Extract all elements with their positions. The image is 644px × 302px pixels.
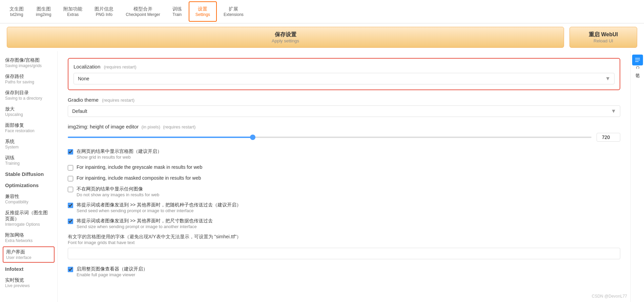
main-layout: 保存图像/宫格图 Saving images/grids 保存路径 Paths … [0, 51, 644, 302]
checkbox-masked-composite: For inpainting, include masked composite… [68, 175, 620, 181]
checkbox-show-grid: 在网页的结果中显示宫格图（建议开启） Show grid in results … [68, 148, 620, 160]
font-setting-row: 有文字的宫格图使用的字体（避免出现X/Y表中文无法显示，可设置为 "simhei… [68, 234, 620, 259]
checkbox-send-seed: 将提示词或者图像发送到 >> 其他界面时，把随机种子也传送过去（建议开启） Se… [68, 202, 620, 213]
sidebar-item-extra-networks[interactable]: 附加网络 Extra Networks [0, 229, 57, 246]
checkbox-greyscale-mask: For inpainting, include the greyscale ma… [68, 164, 620, 170]
checkbox-send-size: 将提示词或者图像发送到 >> 其他界面时，把尺寸数据也传送过去 Send siz… [68, 218, 620, 229]
sidebar-item-stable-diffusion[interactable]: Stable Diffusion [0, 168, 57, 180]
sidebar-item-user-interface[interactable]: 用户界面 User interface [3, 246, 55, 263]
gradio-theme-row: Gradio theme (requires restart) Default … [68, 97, 620, 117]
top-nav: 文生图 txt2img 图生图 img2img 附加功能 Extras 图片信息… [0, 0, 644, 23]
action-bar: 保存设置 Apply settings 重启 WebUI Reload UI [0, 23, 644, 51]
font-label: 有文字的宫格图使用的字体（避免出现X/Y表中文无法显示，可设置为 "simhei… [68, 234, 620, 245]
tab-pnginfo[interactable]: 图片信息 PNG Info [88, 2, 120, 21]
tab-img2img[interactable]: 图生图 img2img [30, 2, 57, 21]
img2img-height-slider[interactable] [68, 137, 591, 138]
img2img-height-label: img2img: height of image editor (in pixe… [68, 124, 620, 129]
sidebar-item-face-restore[interactable]: 面部修复 Face restoration [0, 120, 57, 136]
gradio-theme-label: Gradio theme (requires restart) [68, 97, 620, 103]
sidebar-item-live-preview[interactable]: 实时预览 Live previews [0, 275, 57, 291]
sidebar-item-saving-images[interactable]: 保存图像/宫格图 Saving images/grids [0, 55, 57, 71]
tab-extensions[interactable]: 扩展 Extensions [217, 2, 250, 21]
sidebar-item-saving-dir[interactable]: 保存到目录 Saving to a directory [0, 87, 57, 103]
checkbox-full-page-viewer: 启用整页图像查看器（建议开启） Enable full page image v… [68, 266, 620, 277]
sidebar-item-compatibility[interactable]: 兼容性 Compatibility [0, 191, 57, 207]
localization-box: Localization (requires restart) None ▼ [68, 58, 620, 90]
sidebar-item-interrogate[interactable]: 反推提示词（图生图页面） Interrogate Options [0, 207, 57, 229]
reload-ui-button[interactable]: 重启 WebUI Reload UI [569, 27, 637, 48]
content-area: Localization (requires restart) None ▼ G… [58, 51, 630, 302]
img2img-height-row: img2img: height of image editor (in pixe… [68, 124, 620, 142]
checkbox-no-images: 不在网页的结果中显示任何图像 Do not show any images in… [68, 186, 620, 197]
sidebar: 保存图像/宫格图 Saving images/grids 保存路径 Paths … [0, 51, 58, 302]
tab-train[interactable]: 训练 Train [166, 2, 188, 21]
sidebar-item-training[interactable]: 训练 Training [0, 152, 57, 168]
img2img-height-slider-row [68, 133, 620, 142]
send-size-checkbox[interactable] [68, 219, 73, 224]
masked-composite-checkbox[interactable] [68, 176, 73, 181]
font-input[interactable] [68, 248, 620, 259]
csdn-watermark: CSDN @DevonL77 [592, 294, 627, 299]
tab-checkpoint[interactable]: 模型合并 Checkpoint Merger [120, 2, 166, 21]
sidebar-item-paths[interactable]: 保存路径 Paths for saving [0, 71, 57, 87]
greyscale-mask-checkbox[interactable] [68, 165, 73, 170]
csdn-icon [632, 55, 643, 65]
img2img-height-value[interactable] [597, 133, 620, 142]
save-settings-button[interactable]: 保存设置 Apply settings [7, 27, 564, 48]
tab-extras[interactable]: 附加功能 Extras [57, 2, 88, 21]
localization-label: Localization (requires restart) [74, 64, 615, 69]
sidebar-item-optimizations[interactable]: Optimizations [0, 180, 57, 191]
tab-settings[interactable]: 设置 Settings [189, 1, 217, 22]
full-page-viewer-checkbox[interactable] [68, 267, 73, 272]
gradio-theme-select[interactable]: Default [68, 105, 620, 117]
tab-txt2img[interactable]: 文生图 txt2img [3, 2, 30, 21]
right-sidebar: C笔记 [630, 51, 644, 302]
show-grid-checkbox[interactable] [68, 149, 73, 155]
sidebar-item-upscaling[interactable]: 放大 Upscaling [0, 103, 57, 120]
send-seed-checkbox[interactable] [68, 203, 73, 208]
localization-select[interactable]: None [74, 73, 615, 84]
csdn-label: C笔记 [635, 66, 640, 71]
localization-dropdown-wrapper: None ▼ [74, 73, 615, 84]
gradio-theme-dropdown-wrapper: Default ▼ [68, 105, 620, 117]
sidebar-item-system[interactable]: 系统 System [0, 136, 57, 152]
sidebar-item-infotext[interactable]: Infotext [0, 263, 57, 275]
no-images-checkbox[interactable] [68, 187, 73, 192]
